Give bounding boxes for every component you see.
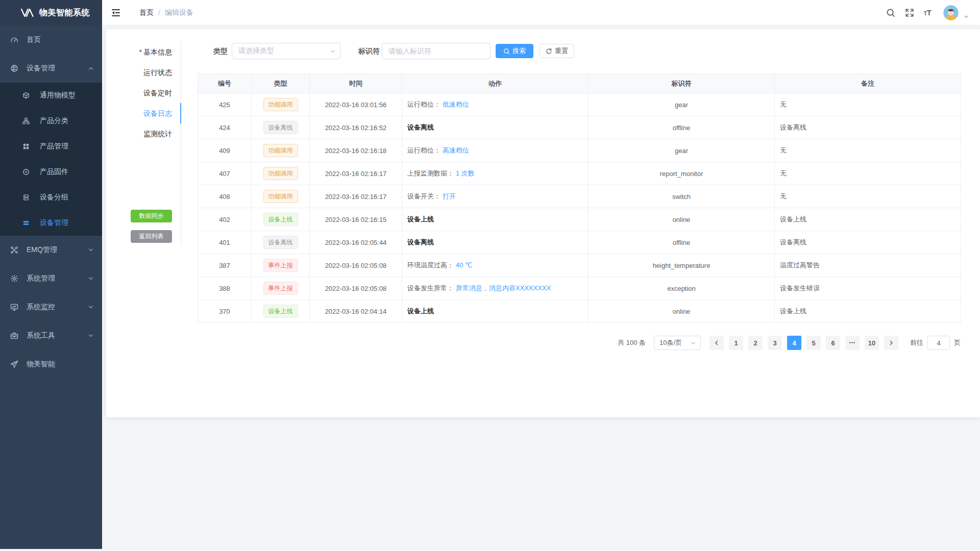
app-logo[interactable]: 物美智能系统 [0, 0, 102, 26]
sidebar-item-device-manage[interactable]: 设备管理 [0, 210, 102, 236]
goto-page-input[interactable] [927, 336, 950, 350]
breadcrumb-current: 编辑设备 [165, 8, 193, 17]
type-tag: 功能调用 [263, 98, 298, 111]
table-row: 388事件上报2022-03-16 02:05:08设备发生异常：异常消息，消息… [198, 277, 961, 300]
tab-基本信息[interactable]: *基本信息 [106, 42, 181, 62]
sidebar-item-product-manage[interactable]: 产品管理 [0, 134, 102, 159]
cell-no: 425 [198, 93, 252, 116]
device-icon [10, 64, 18, 72]
page-button-1[interactable]: 1 [729, 336, 743, 350]
reset-button[interactable]: 重置 [540, 44, 574, 58]
cell-remark: 温度过高警告 [775, 254, 961, 277]
pagination: 共 100 条 10条/页 123456•••10 前往 页 [618, 336, 961, 350]
type-tag: 设备上线 [263, 213, 298, 226]
action-text: 上报监测数据： [407, 169, 454, 177]
action-link[interactable]: 高速档位 [443, 146, 469, 154]
cell-action: 设备上线 [402, 300, 589, 323]
breadcrumb: 首页 / 编辑设备 [139, 8, 193, 17]
breadcrumb-home[interactable]: 首页 [139, 8, 154, 17]
cell-type: 设备上线 [252, 208, 310, 231]
next-page-button[interactable] [884, 336, 898, 350]
sidebar-item-device[interactable]: 设备管理 [0, 54, 102, 83]
action-link[interactable]: 1 次数 [456, 169, 475, 177]
tab-label: 监测统计 [143, 130, 172, 138]
column-header-备注: 备注 [775, 74, 961, 93]
tab-设备日志[interactable]: 设备日志 [106, 103, 181, 123]
page-button-3[interactable]: 3 [768, 336, 782, 350]
page-size-select[interactable]: 10条/页 [654, 336, 701, 350]
action-link[interactable]: 打开 [443, 192, 456, 200]
sidebar-item-wumei[interactable]: 物美智能 [0, 350, 102, 379]
page-button-2[interactable]: 2 [748, 336, 763, 350]
type-select[interactable]: 请选择类型 [232, 43, 340, 59]
search-button[interactable]: 搜索 [496, 44, 533, 58]
more-pages-button[interactable]: ••• [845, 336, 860, 350]
hamburger-icon[interactable] [111, 8, 121, 18]
sidebar-item-product-firmware[interactable]: 产品固件 [0, 159, 102, 185]
tab-设备定时[interactable]: 设备定时 [106, 83, 181, 103]
caret-down-icon[interactable] [964, 14, 969, 19]
sidebar-item-system-monitor[interactable]: 系统监控 [0, 293, 102, 321]
column-header-类型: 类型 [252, 74, 310, 93]
page-button-5[interactable]: 5 [806, 336, 821, 350]
grid-icon [22, 143, 30, 150]
sidebar-item-label: 物美智能 [27, 360, 94, 369]
back-to-list-button[interactable]: 返回列表 [131, 230, 172, 243]
action-link[interactable]: 40 ℃ [456, 261, 473, 269]
sidebar-item-emq[interactable]: EMQ管理 [0, 236, 102, 264]
type-tag: 功能调用 [263, 144, 298, 157]
tab-label: 设备定时 [143, 89, 172, 97]
tabs-divider [181, 42, 181, 246]
cell-no: 424 [198, 116, 252, 139]
cell-type: 设备离线 [252, 116, 310, 139]
avatar[interactable] [943, 5, 959, 20]
prev-page-button[interactable] [709, 336, 724, 350]
sidebar: 物美智能系统 首页设备管理通用物模型产品分类产品管理产品固件设备分组设备管理EM… [0, 0, 102, 549]
firmware-icon [22, 168, 30, 176]
content-card: *基本信息运行状态设备定时设备日志监测统计 数据同步 返回列表 类型 请选择类型… [106, 29, 980, 417]
tab-label: 基本信息 [143, 48, 172, 56]
data-sync-button[interactable]: 数据同步 [131, 210, 172, 222]
sidebar-item-label: 设备分组 [40, 193, 102, 202]
emq-icon [10, 246, 18, 254]
action-text: 设备离线 [407, 238, 434, 246]
page-button-6[interactable]: 6 [826, 336, 840, 350]
cell-identifier: online [589, 300, 775, 323]
cell-time: 2022-03-16 02:16:52 [310, 116, 402, 139]
page-button-4[interactable]: 4 [787, 336, 801, 350]
tab-监测统计[interactable]: 监测统计 [106, 123, 181, 144]
cell-action: 设备离线 [402, 231, 589, 254]
table-row: 407功能调用2022-03-16 02:16:17上报监测数据：1 次数rep… [198, 162, 961, 185]
action-text: 设备发生异常： [407, 284, 454, 292]
goto-suffix: 页 [954, 338, 961, 347]
sidebar-item-device-group[interactable]: 设备分组 [0, 185, 102, 210]
table-row: 402设备上线2022-03-16 02:16:15设备上线online设备上线 [198, 208, 961, 231]
cell-identifier: offline [589, 116, 775, 139]
sidebar-item-label: EMQ管理 [27, 245, 88, 255]
sidebar-item-system-manage[interactable]: 系统管理 [0, 264, 102, 293]
detail-tabs: *基本信息运行状态设备定时设备日志监测统计 [106, 42, 181, 144]
search-icon[interactable] [886, 8, 895, 17]
cell-remark: 无 [775, 185, 961, 208]
monitor-icon [10, 303, 18, 311]
identifier-input[interactable] [382, 43, 491, 59]
cell-no: 408 [198, 185, 252, 208]
category-icon [22, 117, 30, 124]
device-log-table: 编号类型时间动作标识符备注 425功能调用2022-03-16 03:01:56… [198, 73, 961, 323]
type-tag: 设备离线 [263, 236, 298, 249]
gear-icon [10, 274, 18, 283]
tab-运行状态[interactable]: 运行状态 [106, 62, 181, 83]
sidebar-item-product-category[interactable]: 产品分类 [0, 108, 102, 134]
sidebar-item-label: 系统监控 [27, 303, 88, 312]
cell-no: 387 [198, 254, 252, 277]
page-button-10[interactable]: 10 [865, 336, 879, 350]
fullscreen-icon[interactable] [905, 8, 914, 17]
sidebar-item-home[interactable]: 首页 [0, 26, 102, 54]
sidebar-item-system-tools[interactable]: 系统工具 [0, 321, 102, 350]
action-link[interactable]: 低速档位 [443, 101, 469, 108]
sidebar-item-thing-model[interactable]: 通用物模型 [0, 83, 102, 108]
cell-time: 2022-03-16 02:16:18 [310, 139, 402, 162]
action-link[interactable]: 异常消息，消息内容XXXXXXXX [456, 284, 551, 292]
cell-time: 2022-03-16 02:16:17 [310, 162, 402, 185]
font-size-icon[interactable]: TT [924, 9, 932, 16]
